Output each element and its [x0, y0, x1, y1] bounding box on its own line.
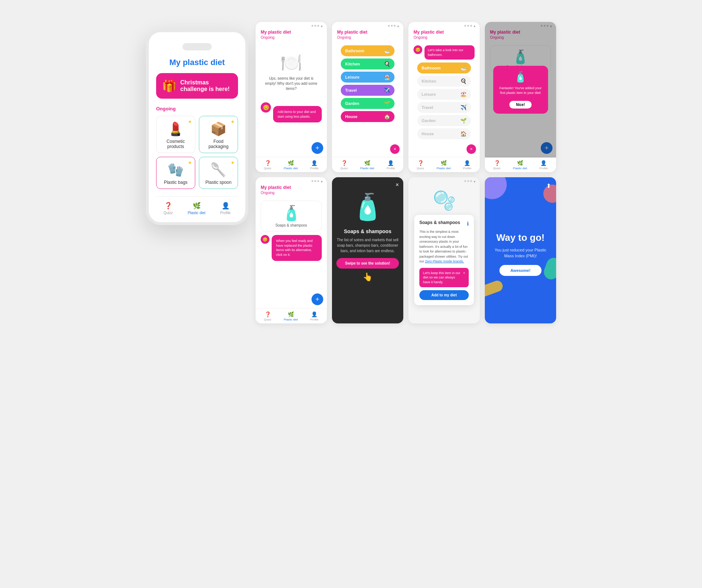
info-icon7: ℹ — [467, 221, 469, 227]
cat-house3[interactable]: House 🏠 — [417, 128, 471, 139]
soap-label5: Soaps & shampoos — [265, 223, 318, 227]
screen3-ongoing: Ongoing — [414, 35, 475, 39]
food-icon: 📦 — [203, 121, 234, 137]
cat-leisure3[interactable]: Leisure 🏖️ — [417, 89, 471, 100]
chat-bubble1: Add items to your diet and start using l… — [273, 106, 322, 122]
mini-quiz5[interactable]: ❓Quizz — [264, 311, 271, 321]
mini-diet4[interactable]: 🌿Plastic diet — [513, 160, 527, 170]
soap-card5[interactable]: 🧴 Soaps & shampoos — [261, 201, 322, 231]
mini-diet5[interactable]: 🌿Plastic diet — [284, 311, 298, 321]
mini-profile2[interactable]: 👤Profile — [386, 160, 395, 170]
mini-profile1[interactable]: 👤Profile — [310, 160, 318, 170]
screen5-dots: ▼ — [256, 177, 327, 183]
nav-profile[interactable]: 👤 Profile — [220, 202, 230, 215]
dot3-2 — [467, 25, 469, 27]
screen1-nav: ❓Quizz 🌿Plastic diet 👤Profile — [256, 157, 327, 172]
item-spoon[interactable]: ★ 🥄 Plastic spoon — [199, 157, 238, 189]
screen1-body: 🍽️ Ups, seems like your diet is empty! W… — [256, 42, 327, 142]
keep-close-icon[interactable]: × — [463, 271, 465, 276]
share-btn8[interactable]: ⬆ — [546, 182, 551, 189]
cat-kitchen3[interactable]: Kitchen 🍳 — [417, 76, 471, 87]
swipe-button[interactable]: Swipe to see the solution! — [336, 258, 399, 269]
screen1-title: My plastic diet — [261, 30, 322, 35]
nice-button4[interactable]: Nice! — [509, 101, 531, 109]
phone-nav: ❓ Quizz 🌿 Plastic diet 👤 Profile — [156, 196, 238, 215]
mini-profile4[interactable]: 👤Profile — [539, 160, 548, 170]
cat-travel-label: Travel — [345, 88, 357, 92]
screen1-ongoing: Ongoing — [261, 35, 322, 39]
way-desc8: You just reduced your Plastic Mass Index… — [494, 247, 547, 259]
dark-modal: × 🧴 Soaps & shampoos The list of sotres … — [332, 177, 403, 286]
mini-profile3[interactable]: 👤Profile — [463, 160, 471, 170]
cat-kitchen2[interactable]: Kitchen 🍳 — [341, 58, 395, 69]
cat-garden3[interactable]: Garden 🌱 — [417, 115, 471, 126]
mini-profile5[interactable]: 👤Profile — [310, 311, 318, 321]
screen6-card: × 🧴 Soaps & shampoos The list of sotres … — [332, 177, 403, 323]
dark-close-btn[interactable]: × — [396, 182, 399, 188]
phone-notch — [182, 43, 212, 50]
cat-leisure2[interactable]: Leisure 🏖️ — [341, 72, 395, 83]
mini-quiz2[interactable]: ❓Quizz — [340, 160, 348, 170]
mini-quiz1[interactable]: ❓Quizz — [264, 160, 271, 170]
cat-travel3[interactable]: Travel ✈️ — [417, 102, 471, 113]
screen5-body: 🧴 Soaps & shampoos 😊 When you feel ready… — [256, 198, 327, 293]
dot7-1 — [464, 180, 466, 182]
arrow-icon: ▼ — [320, 25, 323, 27]
spoon-icon: 🥄 — [203, 162, 234, 178]
cat-bathroom2[interactable]: Bathroom 🛁 — [341, 45, 395, 56]
screen2-dots: ▼ — [332, 22, 403, 28]
dark-desc: The list of sotres and markets that sell… — [336, 237, 399, 254]
screen4-nav: ❓Quizz 🌿Plastic diet 👤Profile — [485, 157, 556, 172]
awesome-btn8[interactable]: Awesome! — [499, 265, 541, 276]
screen2-ongoing: Ongoing — [337, 35, 398, 39]
mini-quiz3[interactable]: ❓Quizz — [417, 160, 424, 170]
dot7-2 — [467, 180, 469, 182]
banner-icon: 🎁 — [162, 79, 177, 93]
dot1 — [312, 25, 313, 27]
cat-house2[interactable]: House 🏠 — [341, 111, 395, 122]
close-btn2[interactable]: × — [390, 144, 400, 154]
close-btn3[interactable]: × — [467, 144, 476, 154]
screen3-body: 😊 Let's take a look into our bathroom. B… — [408, 42, 480, 144]
dark-title: Soaps & shampoos — [344, 228, 392, 234]
screen2-title: My plastic diet — [337, 30, 398, 35]
instruction5: When you feel ready and have replaced th… — [272, 235, 322, 261]
banner-text: Christmas challenge is here! — [180, 79, 232, 92]
info-link7[interactable]: Zero Plastic Inside brands. — [425, 259, 464, 263]
phone-banner[interactable]: 🎁 Christmas challenge is here! — [156, 73, 238, 99]
cat-leisure-icon: 🏖️ — [384, 74, 390, 80]
arrow7-icon: ▼ — [473, 180, 476, 182]
add-diet-btn7[interactable]: Add to my diet — [419, 290, 469, 300]
arrow2-icon: ▼ — [397, 25, 400, 27]
screen2-card: ▼ My plastic diet Ongoing Bathroom 🛁 Kit… — [332, 22, 403, 172]
bags-icon: 🧤 — [160, 162, 191, 178]
screen8-content: ⬆ Way to go! You just reduced your Plast… — [485, 177, 556, 323]
diet-icon: 🌿 — [193, 202, 201, 210]
cat-bathroom3[interactable]: Bathroom 🛁 — [417, 62, 471, 73]
cat-house-label: House — [345, 114, 358, 119]
mini-diet2[interactable]: 🌿Plastic diet — [360, 160, 374, 170]
item-food[interactable]: ★ 📦 Food packaging — [199, 116, 238, 153]
item-cosmetic[interactable]: ★ 💄 Cosmetic products — [156, 116, 195, 153]
dot5-3 — [317, 180, 319, 182]
nav-diet[interactable]: 🌿 Plastic diet — [188, 202, 205, 215]
screen4-card: ▼ My plastic diet Ongoing 🧴 Soaps & sham… — [485, 22, 556, 172]
item-bags[interactable]: ★ 🧤 Plastic bags — [156, 157, 195, 189]
mini-diet3[interactable]: 🌿Plastic diet — [437, 160, 451, 170]
info-desc7: This is the simplest & most exciting way… — [419, 229, 469, 264]
screen5-title: My plastic diet — [261, 185, 322, 190]
star-icon2: ★ — [231, 119, 235, 124]
mini-diet1[interactable]: 🌿Plastic diet — [284, 160, 298, 170]
cat-garden2[interactable]: Garden 🌱 — [341, 98, 395, 109]
fab-add1[interactable]: + — [312, 142, 323, 154]
mini-quiz4[interactable]: ❓Quizz — [493, 160, 501, 170]
mascot5: 😊 — [261, 235, 269, 244]
cat-travel2[interactable]: Travel ✈️ — [341, 85, 395, 96]
screen3-header: My plastic diet Ongoing — [408, 28, 480, 42]
screens-grid: ▼ My plastic diet Ongoing 🍽️ Ups, seems … — [256, 22, 556, 323]
cat-kitchen-icon: 🍳 — [384, 61, 390, 67]
nav-quiz[interactable]: ❓ Quizz — [163, 202, 173, 215]
star-icon3: ★ — [188, 160, 192, 165]
cat-garden-icon: 🌱 — [384, 100, 390, 106]
fab-add5[interactable]: + — [312, 293, 323, 305]
